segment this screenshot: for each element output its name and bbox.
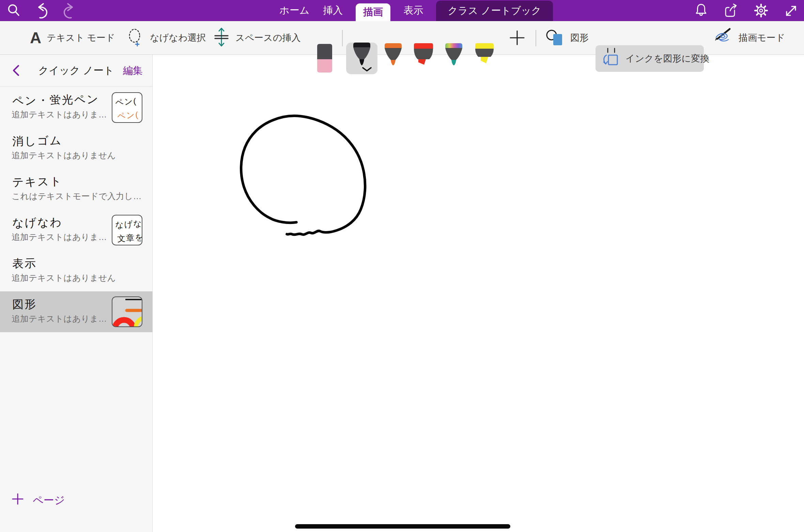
- page-title-handwritten: 消しゴム: [12, 133, 62, 149]
- add-page-button[interactable]: ページ: [12, 493, 65, 508]
- undo-icon[interactable]: [34, 2, 49, 19]
- page-subtitle: 追加テキストはありま…: [12, 231, 107, 243]
- page-list: ペン・蛍光ペン追加テキストはありま…ペン(ペン(消しゴム追加テキストはありません…: [0, 87, 152, 332]
- expand-icon[interactable]: [784, 2, 799, 19]
- tab-描画[interactable]: 描画: [356, 3, 390, 21]
- add-pen-button[interactable]: [509, 21, 525, 54]
- eraser-tool[interactable]: [317, 44, 333, 74]
- yellow-highlighter-tool[interactable]: [475, 43, 494, 65]
- tab-ホーム[interactable]: ホーム: [279, 0, 310, 21]
- ribbon-tabs: ホーム挿入描画表示クラス ノートブック: [279, 0, 553, 21]
- draw-ribbon: A テキスト モード なげなわ選択: [0, 21, 804, 55]
- thumbnail-ink-text: ペン(: [117, 109, 139, 122]
- insert-space-button[interactable]: スペースの挿入: [213, 21, 301, 54]
- page-title-handwritten: ペン・蛍光ペン: [12, 92, 99, 109]
- ink-stroke-circle[interactable]: [241, 116, 365, 235]
- convert-ink-to-shape-button[interactable]: インクを図形に変換: [596, 45, 704, 72]
- lasso-label: なげなわ選択: [150, 32, 206, 44]
- page-title-handwritten: テキスト: [12, 174, 63, 190]
- page-list-item[interactable]: ペン・蛍光ペン追加テキストはありま…ペン(ペン(: [0, 87, 153, 128]
- edit-button[interactable]: 編集: [123, 54, 143, 87]
- rainbow-pen-tool[interactable]: [445, 43, 463, 67]
- insert-space-label: スペースの挿入: [235, 32, 301, 44]
- page-thumbnail: なげな文章を: [112, 215, 142, 245]
- convert-ink-label: インクを図形に変換: [625, 52, 709, 65]
- page-list-item[interactable]: なげなわ追加テキストはありま…なげな文章を: [0, 210, 153, 251]
- page-list-item[interactable]: 表示追加テキストはありません: [0, 251, 153, 291]
- toolbar-separator: [536, 30, 536, 46]
- convert-ink-icon: [601, 48, 621, 69]
- text-mode-icon: A: [30, 30, 41, 46]
- page-list-item[interactable]: 消しゴム追加テキストはありません: [0, 128, 153, 169]
- thumbnail-ink-text: 文章を: [117, 231, 142, 244]
- page-title-handwritten: なげなわ: [12, 214, 63, 231]
- top-app-bar: ホーム挿入描画表示クラス ノートブック: [0, 0, 804, 21]
- insert-space-icon: [213, 27, 230, 49]
- add-page-label: ページ: [33, 493, 65, 507]
- text-mode-label: テキスト モード: [47, 32, 115, 44]
- toolbar-separator: [342, 30, 343, 46]
- page-subtitle: これはテキストモードで入力し…: [12, 191, 141, 202]
- tab-クラス ノートブック[interactable]: クラス ノートブック: [436, 1, 553, 21]
- page-title-handwritten: 表示: [12, 256, 37, 271]
- page-subtitle: 追加テキストはありま…: [12, 313, 107, 324]
- text-mode-button[interactable]: A テキスト モード: [30, 21, 115, 54]
- plus-icon: [12, 493, 24, 508]
- page-title-handwritten: 図形: [12, 296, 37, 312]
- draw-mode-icon: [712, 27, 733, 48]
- page-subtitle: 追加テキストはありま…: [12, 109, 107, 120]
- page-thumbnail: ペン(ペン(: [112, 92, 142, 123]
- page-subtitle: 追加テキストはありません: [12, 150, 116, 161]
- redo-icon: [62, 2, 77, 19]
- sidebar-header: クイック ノート 編集: [0, 54, 152, 87]
- bell-icon[interactable]: [694, 2, 709, 19]
- home-indicator[interactable]: [295, 524, 510, 529]
- red-marker-tool[interactable]: [414, 43, 433, 67]
- search-icon[interactable]: [6, 2, 21, 19]
- page-list-item[interactable]: 図形追加テキストはありま…: [0, 291, 153, 332]
- page-thumbnail: [112, 296, 142, 327]
- orange-pen-tool[interactable]: [384, 43, 402, 67]
- thumbnail-ink-text: なげな: [115, 218, 142, 230]
- draw-mode-label: 描画モード: [739, 32, 785, 44]
- lasso-icon: [127, 28, 144, 48]
- page-list-sidebar: クイック ノート 編集 ペン・蛍光ペン追加テキストはありま…ペン(ペン(消しゴム…: [0, 54, 153, 532]
- black-pen-icon[interactable]: [353, 42, 371, 67]
- shapes-label: 図形: [570, 32, 589, 44]
- thumbnail-ink-text: ペン(: [115, 96, 137, 108]
- shapes-button[interactable]: 図形: [546, 21, 589, 54]
- gear-icon[interactable]: [754, 2, 769, 19]
- page-list-item[interactable]: テキストこれはテキストモードで入力し…: [0, 169, 153, 210]
- tab-挿入[interactable]: 挿入: [322, 0, 343, 21]
- page-subtitle: 追加テキストはありません: [12, 272, 116, 284]
- lasso-select-button[interactable]: なげなわ選択: [127, 21, 206, 54]
- shapes-icon: [546, 28, 565, 48]
- pen-options-chevron-icon[interactable]: [362, 67, 372, 73]
- tab-表示[interactable]: 表示: [403, 0, 424, 21]
- draw-mode-button[interactable]: 描画モード: [712, 21, 785, 54]
- share-icon[interactable]: [724, 2, 739, 19]
